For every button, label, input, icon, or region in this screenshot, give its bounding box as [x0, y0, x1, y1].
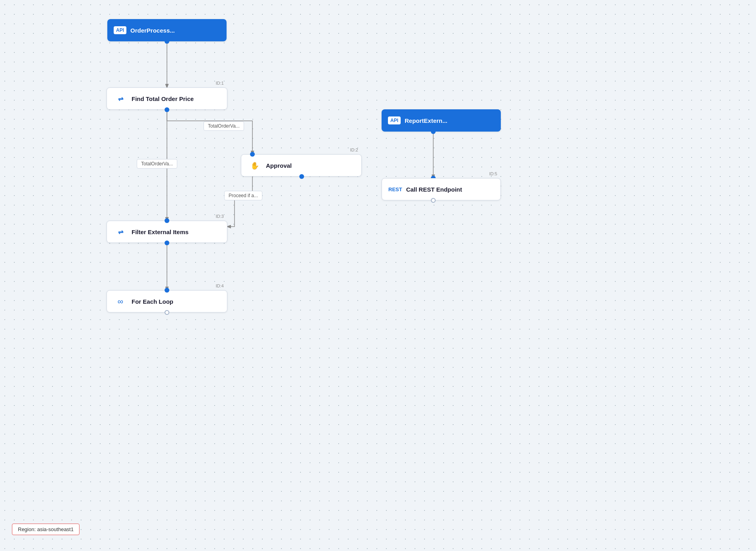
- approval-icon: [248, 158, 262, 173]
- approval-id: ID:2: [350, 147, 358, 152]
- connector-dot-filter-external-out: [165, 241, 169, 245]
- arrows-icon-2: [118, 228, 123, 236]
- connector-dot-rest-out: [431, 198, 436, 203]
- call-rest-label: Call REST Endpoint: [406, 186, 462, 193]
- report-extern-node[interactable]: API ReportExtern...: [382, 109, 501, 132]
- for-each-label: For Each Loop: [132, 298, 173, 305]
- find-total-order-price-node[interactable]: ID:1 Find Total Order Price: [107, 87, 227, 110]
- filter-external-label: Filter External Items: [132, 229, 188, 235]
- connector-dot-filter-external-in: [165, 218, 169, 223]
- connector-dot-find-total-out: [165, 107, 169, 112]
- filter-external-icon: [113, 225, 128, 239]
- hand-icon: [250, 161, 259, 170]
- connector-dot-reportextern-out: [431, 129, 436, 134]
- for-each-icon: [113, 294, 128, 308]
- total-order-va-label-2: TotalOrderVa...: [137, 159, 177, 169]
- arrows-icon: [118, 95, 123, 103]
- order-process-label: OrderProcess...: [130, 27, 175, 34]
- find-total-label: Find Total Order Price: [132, 95, 194, 102]
- connector-dot-approval-in: [250, 152, 255, 157]
- order-process-node[interactable]: API OrderProcess...: [107, 19, 227, 41]
- for-each-loop-node[interactable]: ID:4 For Each Loop: [107, 290, 227, 312]
- proceed-if-a-label: Proceed if a...: [224, 191, 262, 200]
- filter-external-items-node[interactable]: ID:3 Filter External Items: [107, 221, 227, 243]
- api-badge: API: [114, 26, 126, 34]
- connector-dot-approval-out: [299, 174, 304, 179]
- find-total-id: ID:1: [216, 81, 224, 85]
- connector-dot-orderprocess-out: [165, 39, 169, 44]
- workflow-canvas: API OrderProcess... ID:1 Find Total Orde…: [0, 0, 756, 551]
- call-rest-id: ID:5: [489, 171, 497, 176]
- connector-dot-for-each-in: [165, 288, 169, 293]
- total-order-va-label-1: TotalOrderVa...: [204, 121, 244, 131]
- connections-layer: [0, 0, 756, 551]
- region-badge: Region: asia-southeast1: [12, 524, 79, 535]
- report-extern-label: ReportExtern...: [405, 117, 448, 124]
- filter-external-id: ID:3: [216, 214, 224, 219]
- filter-icon: [113, 91, 128, 106]
- approval-node[interactable]: ID:2 Approval: [241, 154, 362, 177]
- report-api-badge: API: [388, 116, 401, 124]
- approval-label: Approval: [266, 162, 292, 169]
- for-each-id: ID:4: [216, 283, 224, 288]
- infinity-icon: [118, 297, 123, 306]
- connector-dot-for-each-out: [165, 310, 169, 315]
- rest-badge: REST: [388, 186, 402, 192]
- call-rest-endpoint-node[interactable]: ID:5 REST Call REST Endpoint: [382, 178, 501, 200]
